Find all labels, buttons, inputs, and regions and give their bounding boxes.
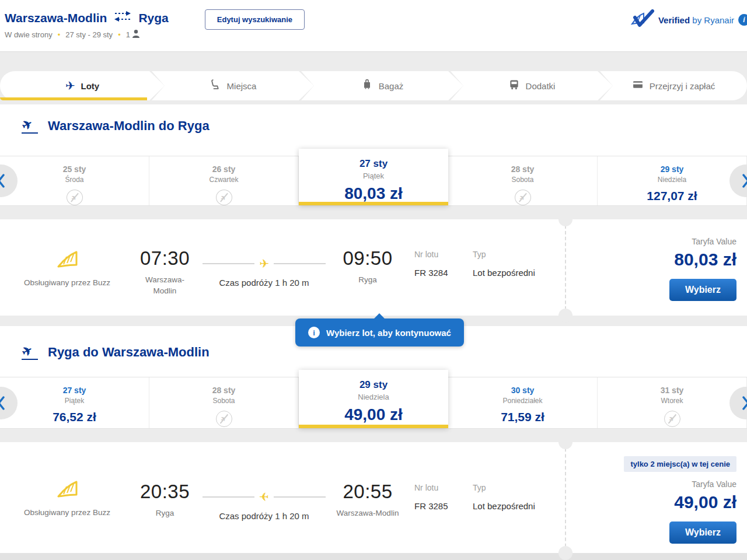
- route-to: Ryga: [138, 11, 168, 25]
- flight-type-value: Lot bezpośredni: [473, 501, 565, 511]
- select-flight-button[interactable]: Wybierz: [669, 522, 736, 544]
- date-cell-selected[interactable]: 27 sty Piątek 80,03 zł: [299, 149, 448, 205]
- no-flight-icon: ✈: [664, 411, 680, 427]
- departure-time: 07:30: [134, 247, 196, 270]
- date-cell[interactable]: 26 sty Czwartek ✈: [149, 156, 299, 205]
- verified-bold: Verified: [658, 15, 690, 25]
- date-label: 31 sty: [661, 386, 684, 395]
- duration-column: ✈ Czas podróży 1 h 20 m: [196, 442, 333, 553]
- duration-label: Czas podróży 1 h 20 m: [203, 278, 326, 288]
- date-price: 71,59 zł: [501, 410, 544, 424]
- date-label: 30 sty: [511, 386, 535, 395]
- no-flight-icon: ✈: [67, 190, 83, 205]
- select-flight-tooltip: i Wybierz lot, aby kontynuować: [295, 318, 464, 346]
- departure-column: 07:30 Warszawa-Modlin: [134, 219, 196, 316]
- date-cell[interactable]: 27 sty Piątek 76,52 zł: [0, 377, 149, 428]
- duration-column: ✈ Czas podróży 1 h 20 m: [196, 219, 333, 316]
- arrival-time: 20:55: [333, 481, 403, 503]
- date-cell-selected[interactable]: 29 sty Niedziela 49,00 zł: [299, 370, 448, 428]
- day-label: Piątek: [65, 397, 84, 405]
- operator-label: Obsługiwany przez Buzz: [24, 508, 110, 517]
- operator-label: Obsługiwany przez Buzz: [24, 278, 110, 287]
- flight-number-column: Nr lotu FR 3285: [403, 442, 468, 553]
- swap-arrows-icon: [113, 10, 132, 25]
- outbound-heading-text: Warszawa-Modlin do Ryga: [48, 118, 210, 134]
- tooltip-text: Wybierz lot, aby kontynuować: [326, 328, 451, 338]
- info-icon[interactable]: i: [738, 14, 747, 26]
- operator-column: Obsługiwany przez Buzz: [0, 219, 134, 316]
- flight-number-label: Nr lotu: [414, 250, 468, 259]
- route-title: Warszawa-Modlin Ryga: [5, 10, 169, 25]
- search-details: W dwie strony • 27 sty - 29 sty • 1: [5, 29, 169, 40]
- day-label: Środa: [65, 176, 83, 184]
- date-label: 27 sty: [63, 386, 86, 395]
- flight-number-label: Nr lotu: [414, 483, 468, 492]
- departure-city: Warszawa-Modlin: [134, 275, 196, 297]
- inbound-heading: ✈ Ryga do Warszawa-Modlin: [0, 345, 747, 360]
- tab-extras[interactable]: Dodatki: [451, 71, 613, 100]
- booking-steps-tabs: ✈ Loty Miejsca Bagaż: [0, 71, 747, 100]
- date-cell[interactable]: 28 sty Sobota ✈: [149, 377, 299, 428]
- fare-name-label: Taryfa Value: [566, 237, 736, 246]
- arrival-column: 20:55 Warszawa-Modlin: [333, 442, 403, 553]
- inbound-heading-text: Ryga do Warszawa-Modlin: [48, 345, 210, 360]
- edit-search-button[interactable]: Edytuj wyszukiwanie: [205, 9, 305, 30]
- outbound-flight-card: Obsługiwany przez Buzz 07:30 Warszawa-Mo…: [0, 219, 747, 316]
- flight-type-column: Typ Lot bezpośredni: [468, 442, 565, 553]
- fare-panel: tylko 2 miejsc(a) w tej cenie Taryfa Val…: [565, 442, 747, 553]
- flight-number-column: Nr lotu FR 3284: [403, 219, 468, 316]
- departure-column: 20:35 Ryga: [134, 442, 196, 553]
- day-label: Wtorek: [661, 397, 683, 405]
- date-cell[interactable]: 28 sty Sobota ✈: [448, 156, 598, 205]
- date-label: 29 sty: [359, 379, 388, 391]
- tab-label: Loty: [81, 81, 100, 91]
- departure-time: 20:35: [134, 481, 196, 503]
- verified-by-ryanair: Verified by Ryanair i: [630, 9, 747, 30]
- outbound-section: ✈ Warszawa-Modlin do Ryga 25 sty Środa ✈…: [0, 104, 747, 206]
- tab-review-pay[interactable]: Przejrzyj i zapłać: [600, 71, 747, 100]
- date-cell[interactable]: 29 sty Niedziela 127,07 zł: [598, 156, 747, 205]
- flight-type-label: Typ: [473, 483, 565, 492]
- plane-icon: ✈: [259, 258, 269, 270]
- booking-steps-zone: ✈ Loty Miejsca Bagaż: [0, 52, 747, 104]
- date-price: 76,52 zł: [53, 410, 96, 424]
- route-from: Warszawa-Modlin: [5, 11, 107, 25]
- date-label: 28 sty: [212, 386, 236, 395]
- date-range-label: 27 sty - 29 sty: [65, 30, 113, 39]
- inbound-flight-card: Obsługiwany przez Buzz 20:35 Ryga ✈ Czas…: [0, 442, 747, 553]
- tab-flights[interactable]: ✈ Loty: [0, 71, 165, 100]
- date-label: 28 sty: [511, 164, 535, 174]
- fare-price: 80,03 zł: [566, 250, 736, 270]
- outbound-date-carousel: 25 sty Środa ✈ 26 sty Czwartek ✈ 27 sty …: [0, 156, 747, 206]
- no-flight-icon: ✈: [515, 190, 531, 205]
- select-flight-button[interactable]: Wybierz: [669, 279, 736, 301]
- tab-bags[interactable]: Bagaż: [301, 71, 463, 100]
- passenger-number: 1: [126, 30, 130, 39]
- tab-label: Miejsca: [227, 81, 257, 91]
- date-cell[interactable]: 25 sty Środa ✈: [0, 156, 149, 205]
- plane-takeoff-icon: ✈: [21, 118, 40, 134]
- duration-label: Czas podróży 1 h 20 m: [203, 511, 326, 521]
- separator-dot: •: [118, 30, 121, 39]
- flight-type-label: Typ: [473, 250, 565, 259]
- flight-path-line: ✈: [203, 258, 326, 270]
- plane-takeoff-icon: ✈: [21, 345, 40, 360]
- page-bottom-strip: [0, 553, 747, 560]
- tab-seats[interactable]: Miejsca: [152, 71, 314, 100]
- search-summary-header: Warszawa-Modlin Ryga W dwie strony • 27 …: [0, 0, 747, 52]
- date-label: 26 sty: [212, 164, 236, 174]
- passenger-count: 1: [126, 29, 140, 40]
- bag-icon: [361, 79, 373, 93]
- info-icon: i: [308, 327, 320, 338]
- inbound-date-carousel: 27 sty Piątek 76,52 zł 28 sty Sobota ✈ 2…: [0, 377, 747, 429]
- verified-rest: by Ryanair: [690, 15, 734, 25]
- date-label: 25 sty: [63, 164, 86, 174]
- fare-name-label: Taryfa Value: [566, 480, 736, 489]
- outbound-heading: ✈ Warszawa-Modlin do Ryga: [0, 118, 747, 134]
- date-cell[interactable]: 30 sty Poniedziałek 71,59 zł: [448, 377, 598, 428]
- arrival-time: 09:50: [333, 247, 403, 270]
- date-cell[interactable]: 31 sty Wtorek ✈: [598, 377, 747, 428]
- day-label: Niedziela: [358, 393, 389, 401]
- separator-dot: •: [58, 30, 61, 39]
- fare-panel: Taryfa Value 80,03 zł Wybierz: [565, 219, 747, 316]
